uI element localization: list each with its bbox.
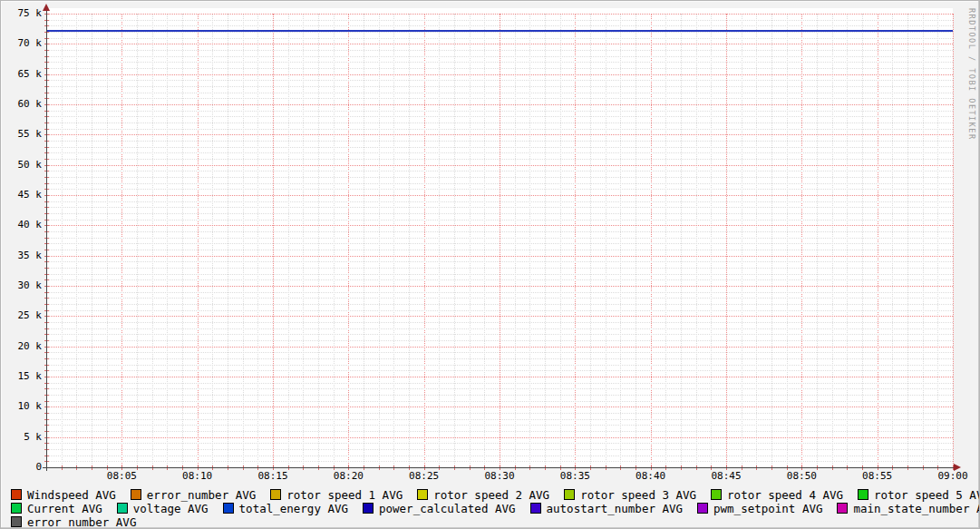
- y-tick-label: 60 k: [5, 99, 42, 110]
- x-tick-label: 08:05: [96, 470, 147, 482]
- y-tick-label: 0: [5, 462, 42, 473]
- x-tick-label: 08:50: [776, 470, 827, 482]
- y-tick-label: 70 k: [5, 38, 42, 49]
- x-axis: [43, 467, 957, 468]
- x-tick-label: 08:45: [701, 470, 752, 482]
- y-tick-label: 65 k: [5, 69, 42, 80]
- x-tick-label: 08:35: [549, 470, 600, 482]
- y-tick-label: 40 k: [5, 220, 42, 230]
- watermark: RRDTOOL / TOBI OETIKER: [967, 8, 976, 141]
- x-tick-label: 08:15: [247, 470, 298, 482]
- y-tick-label: 25 k: [5, 310, 42, 321]
- y-tick-label: 10 k: [5, 401, 42, 412]
- x-tick-label: 08:30: [474, 470, 525, 482]
- y-tick-label: 75 k: [5, 8, 42, 19]
- x-tick-label: 09:00: [927, 470, 978, 482]
- y-axis: [46, 7, 47, 471]
- y-tick-label: 5 k: [5, 432, 42, 443]
- y-tick-label: 15 k: [5, 371, 42, 382]
- series-line-total_energy-avg: [46, 30, 953, 32]
- plot-canvas: [46, 8, 953, 467]
- legend-swatch-icon: [11, 516, 22, 527]
- y-tick-label: 35 k: [5, 250, 42, 261]
- legend-row: error_number AVG: [11, 513, 980, 529]
- gridline-major-v: [953, 14, 954, 467]
- legend-label: error_number AVG: [27, 515, 136, 529]
- rrdtool-graph-image: 05 k10 k15 k20 k25 k30 k35 k40 k45 k50 k…: [0, 0, 980, 529]
- y-tick-label: 20 k: [5, 341, 42, 352]
- x-tick-label: 08:25: [399, 470, 450, 482]
- x-tick-label: 08:10: [172, 470, 223, 482]
- y-tick-label: 55 k: [5, 129, 42, 140]
- x-tick-label: 08:55: [852, 470, 903, 482]
- x-tick-label: 08:40: [626, 470, 676, 482]
- legend-item: error_number AVG: [11, 516, 136, 528]
- y-tick-label: 50 k: [5, 160, 42, 171]
- y-tick-label: 30 k: [5, 280, 42, 291]
- y-tick-label: 45 k: [5, 190, 42, 201]
- x-tick-label: 08:20: [323, 470, 374, 482]
- y-axis-arrow-icon: [43, 4, 50, 11]
